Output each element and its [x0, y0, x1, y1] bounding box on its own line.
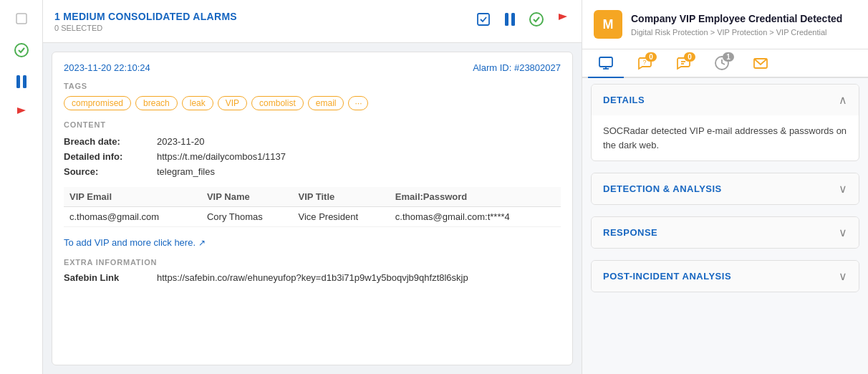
external-link-icon: ↗ [198, 238, 206, 248]
alarm-count-title: 1 MEDIUM CONSOLIDATED ALARMS [54, 11, 237, 22]
breach-date-val: 2023-11-20 [157, 136, 205, 147]
tag-breach[interactable]: breach [135, 96, 178, 110]
source-key: Source: [64, 166, 157, 177]
tab-questions[interactable]: 0 ? [627, 49, 662, 77]
details-chevron-icon: ∧ [839, 93, 847, 107]
sidebar [0, 0, 43, 374]
header-bar: 1 MEDIUM CONSOLIDATED ALARMS 0 SELECTED [43, 0, 582, 43]
header-actions [476, 11, 570, 31]
safebin-key: Safebin Link [64, 272, 157, 283]
col-vip-title: VIP Title [292, 187, 389, 207]
detailed-info-key: Detailed info: [64, 151, 157, 162]
response-chevron-icon: ∨ [839, 226, 847, 239]
alarm-severity: MEDIUM [63, 11, 105, 22]
content-label: CONTENT [64, 120, 561, 129]
response-section: RESPONSE ∨ [591, 216, 859, 249]
vip-email-cell: c.thomas@gmail.com [64, 207, 201, 227]
details-section-title: DETAILS [603, 95, 645, 105]
alarm-label: CONSOLIDATED ALARMS [108, 11, 237, 22]
post-incident-chevron-icon: ∨ [839, 269, 847, 283]
source-val: telegram_files [157, 166, 215, 177]
comments-badge: 0 [684, 52, 695, 62]
content-row-source: Source: telegram_files [64, 166, 561, 177]
monitor-icon [598, 55, 614, 71]
alarm-title-block: 1 MEDIUM CONSOLIDATED ALARMS 0 SELECTED [54, 11, 237, 32]
vip-table-header-row: VIP Email VIP Name VIP Title Email:Passw… [64, 187, 561, 207]
flag-icon[interactable] [9, 100, 34, 126]
flag-action-icon[interactable] [556, 11, 570, 31]
tag-compromised[interactable]: compromised [64, 96, 131, 110]
post-incident-section-title: POST-INCIDENT ANALYSIS [603, 271, 731, 282]
tag-more[interactable]: ··· [348, 96, 368, 110]
alarm-count: 1 [54, 11, 60, 22]
tag-combolist[interactable]: combolist [251, 96, 304, 110]
content-row-breach-date: Breach date: 2023-11-20 [64, 136, 561, 147]
detection-chevron-icon: ∨ [839, 182, 847, 196]
right-panel-tabs: 0 ? 0 1 [582, 49, 868, 78]
details-section: DETAILS ∧ SOCRadar detected VIP e-mail a… [591, 84, 859, 161]
questions-badge: 0 [645, 52, 657, 62]
details-section-header[interactable]: DETAILS ∧ [592, 85, 859, 115]
tag-vip[interactable]: VIP [218, 96, 247, 110]
detection-section-header[interactable]: DETECTION & ANALYSIS ∨ [592, 173, 859, 204]
tab-email[interactable] [743, 49, 778, 77]
checkbox-icon[interactable] [9, 6, 34, 32]
vip-link-text: To add VIP and more click here. [64, 237, 196, 248]
panel-breadcrumb: Digital Risk Protection > VIP Protection… [631, 28, 842, 37]
vip-table: VIP Email VIP Name VIP Title Email:Passw… [64, 187, 561, 227]
content-row-detailed-info: Detailed info: https://t.me/dailycombos1… [64, 151, 561, 162]
svg-rect-0 [16, 14, 26, 24]
vip-add-link[interactable]: To add VIP and more click here. ↗ [64, 237, 561, 248]
tab-history[interactable]: 1 [704, 49, 740, 77]
svg-rect-3 [23, 75, 26, 88]
extra-label: EXTRA INFORMATION [64, 258, 561, 267]
alarm-card-header: 2023-11-20 22:10:24 Alarm ID: #23802027 [64, 62, 561, 73]
safebin-val: https://safebin.co/raw/ehuneyufop?key=d1… [157, 272, 468, 283]
col-vip-email: VIP Email [64, 187, 201, 207]
history-badge: 1 [723, 52, 734, 62]
detection-section-title: DETECTION & ANALYSIS [603, 183, 722, 194]
col-email-password: Email:Password [390, 187, 561, 207]
table-row: c.thomas@gmail.com Cory Thomas Vice Pres… [64, 207, 561, 227]
resolve-action-icon[interactable] [529, 11, 544, 31]
vip-name-cell: Cory Thomas [201, 207, 293, 227]
check-circle-icon[interactable] [9, 37, 34, 63]
content-rows: Breach date: 2023-11-20 Detailed info: h… [64, 136, 561, 177]
pause-action-icon[interactable] [503, 11, 517, 31]
extra-section: EXTRA INFORMATION Safebin Link https://s… [64, 258, 561, 283]
safebin-row: Safebin Link https://safebin.co/raw/ehun… [64, 272, 561, 283]
post-incident-section: POST-INCIDENT ANALYSIS ∨ [591, 260, 859, 292]
svg-rect-4 [478, 14, 489, 25]
details-section-body: SOCRadar detected VIP e-mail addresses &… [592, 115, 859, 160]
tag-email[interactable]: email [308, 96, 344, 110]
pause-icon[interactable] [9, 69, 34, 95]
selected-label: 0 SELECTED [54, 24, 237, 32]
email-password-cell: c.thomas@gmail.com:t****4 [390, 207, 561, 227]
svg-rect-8 [599, 57, 612, 67]
vip-title-cell: Vice President [292, 207, 389, 227]
alarm-timestamp: 2023-11-20 22:10:24 [64, 62, 150, 73]
alarm-id: Alarm ID: #23802027 [473, 62, 561, 73]
tags-label: TAGS [64, 82, 561, 90]
detection-section: DETECTION & ANALYSIS ∨ [591, 173, 859, 205]
svg-point-7 [530, 13, 543, 26]
svg-rect-2 [16, 75, 20, 88]
tags-section: TAGS compromised breach leak VIP comboli… [64, 82, 561, 110]
assign-icon[interactable] [476, 11, 491, 31]
tag-leak[interactable]: leak [182, 96, 213, 110]
main-content: 1 MEDIUM CONSOLIDATED ALARMS 0 SELECTED [43, 0, 582, 374]
panel-title-block: Company VIP Employee Credential Detected… [631, 12, 842, 36]
panel-icon-letter: M [603, 17, 614, 32]
response-section-header[interactable]: RESPONSE ∨ [592, 217, 859, 248]
svg-point-1 [15, 44, 28, 57]
detailed-info-val: https://t.me/dailycombos1/1137 [157, 151, 286, 162]
content-section: CONTENT Breach date: 2023-11-20 Detailed… [64, 120, 561, 248]
response-section-title: RESPONSE [603, 227, 657, 238]
right-panel: M Company VIP Employee Credential Detect… [582, 0, 868, 374]
svg-rect-5 [505, 13, 508, 26]
tab-details[interactable] [588, 49, 624, 77]
panel-icon-box: M [594, 10, 622, 39]
post-incident-section-header[interactable]: POST-INCIDENT ANALYSIS ∨ [592, 261, 859, 292]
tab-comments[interactable]: 0 [665, 49, 701, 77]
breach-date-key: Breach date: [64, 136, 157, 147]
